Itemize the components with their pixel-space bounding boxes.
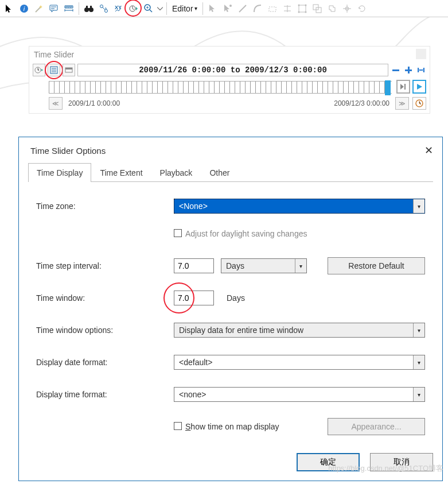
live-mode-button[interactable] bbox=[412, 97, 426, 110]
svg-rect-7 bbox=[90, 6, 92, 8]
zoom-out-time-button[interactable] bbox=[391, 65, 401, 75]
extend-tool-icon[interactable] bbox=[295, 2, 309, 16]
center-tool-icon[interactable] bbox=[340, 2, 354, 16]
skip-back-button[interactable]: ≪ bbox=[49, 97, 63, 110]
play-button[interactable] bbox=[412, 80, 426, 94]
dialog-tabs: Time Display Time Extent Playback Other bbox=[28, 162, 433, 182]
time-window-label: Time window: bbox=[36, 293, 174, 303]
trim-tool-icon[interactable] bbox=[281, 2, 294, 16]
main-toolbar: i XY Editor▾ bbox=[0, 0, 448, 17]
chevron-down-icon: ▾ bbox=[413, 388, 424, 401]
time-step-unit-select[interactable]: Days ▾ bbox=[221, 258, 307, 273]
enable-time-icon[interactable] bbox=[33, 64, 45, 76]
time-options-icon[interactable] bbox=[48, 64, 60, 76]
tab-time-display[interactable]: Time Display bbox=[28, 163, 91, 182]
window-options-select[interactable]: Display data for entire time window ▾ bbox=[174, 323, 425, 338]
polygon-tool-icon[interactable] bbox=[266, 2, 279, 16]
cancel-button[interactable]: 取消 bbox=[370, 453, 433, 471]
xy-icon[interactable]: XY bbox=[112, 2, 126, 16]
full-extent-time-button[interactable] bbox=[416, 65, 426, 75]
time-range-readout: 2009/11/26 0:00:00 to 2009/12/3 0:00:00 bbox=[77, 64, 388, 76]
time-slider-track[interactable] bbox=[49, 81, 392, 94]
tab-time-extent[interactable]: Time Extent bbox=[91, 163, 151, 182]
intersect-tool-icon[interactable] bbox=[310, 2, 324, 16]
svg-rect-29 bbox=[408, 67, 410, 73]
comment-icon[interactable] bbox=[47, 2, 61, 16]
time-step-label: Time step interval: bbox=[36, 261, 174, 270]
time-slider-title: Time Slider bbox=[29, 47, 430, 64]
dropdown-caret-icon[interactable] bbox=[157, 2, 163, 16]
skip-forward-button[interactable]: ≫ bbox=[395, 97, 409, 110]
toolbar-separator bbox=[202, 2, 203, 15]
toolbar-separator bbox=[79, 2, 79, 15]
chevron-down-icon: ▾ bbox=[413, 199, 424, 213]
edit-segment-icon[interactable] bbox=[221, 2, 235, 16]
arc-tool-icon[interactable] bbox=[251, 2, 264, 16]
svg-rect-5 bbox=[88, 8, 90, 10]
ok-button[interactable]: 确定 bbox=[297, 453, 360, 471]
time-format-select[interactable]: <none> ▾ bbox=[174, 387, 425, 402]
info-icon[interactable]: i bbox=[17, 2, 31, 16]
caret-down-icon: ▾ bbox=[194, 5, 197, 11]
svg-rect-14 bbox=[269, 7, 276, 11]
time-window-input[interactable] bbox=[174, 291, 214, 305]
time-zone-value: <None> bbox=[179, 202, 208, 211]
editor-label: Editor bbox=[172, 4, 193, 13]
date-format-label: Display date format: bbox=[36, 358, 174, 367]
ruler-icon[interactable] bbox=[62, 2, 76, 16]
edit-pointer-icon[interactable] bbox=[206, 2, 220, 16]
chevron-down-icon: ▾ bbox=[413, 323, 424, 337]
time-start-label: 2009/1/1 0:00:00 bbox=[68, 99, 120, 107]
wand-icon[interactable] bbox=[32, 2, 46, 16]
time-slider-panel: Time Slider 2009/11/26 0:00:00 to 2009/1… bbox=[29, 46, 430, 114]
line-tool-icon[interactable] bbox=[236, 2, 250, 16]
svg-rect-2 bbox=[50, 5, 57, 10]
time-end-label: 2009/12/3 0:00:00 bbox=[334, 99, 389, 107]
svg-rect-15 bbox=[299, 5, 306, 12]
svg-rect-30 bbox=[404, 84, 406, 90]
svg-point-9 bbox=[105, 9, 108, 12]
time-slider-close-button[interactable] bbox=[416, 49, 426, 59]
rotate-tool-icon[interactable] bbox=[355, 2, 369, 16]
svg-point-16 bbox=[298, 4, 299, 6]
editor-menu[interactable]: Editor▾ bbox=[170, 4, 200, 13]
svg-point-13 bbox=[229, 5, 232, 7]
zoom-in-icon[interactable] bbox=[142, 2, 155, 16]
window-options-value: Display data for entire time window bbox=[179, 326, 303, 335]
appearance-button[interactable]: Appearance... bbox=[328, 418, 425, 435]
time-slider-options-dialog: Time Slider Options ✕ Time Display Time … bbox=[18, 137, 443, 481]
dialog-title: Time Slider Options bbox=[30, 146, 106, 156]
time-zone-label: Time zone: bbox=[36, 202, 174, 211]
window-options-label: Time window options: bbox=[36, 326, 174, 335]
dialog-close-button[interactable]: ✕ bbox=[424, 144, 433, 157]
skip-end-button[interactable] bbox=[396, 80, 410, 94]
dst-label: Adjust for daylight saving changes bbox=[185, 229, 307, 238]
date-format-select[interactable]: <default> ▾ bbox=[174, 355, 425, 370]
svg-point-18 bbox=[298, 11, 299, 13]
time-step-input[interactable] bbox=[174, 258, 214, 273]
time-step-unit-value: Days bbox=[226, 261, 244, 270]
svg-text:XY: XY bbox=[115, 5, 122, 10]
link-arrow-icon[interactable] bbox=[97, 2, 111, 16]
time-slider-toolbar-icon[interactable] bbox=[127, 2, 141, 16]
time-zone-select[interactable]: <None> ▾ bbox=[174, 199, 425, 214]
tab-playback[interactable]: Playback bbox=[151, 163, 201, 182]
chevron-down-icon: ▾ bbox=[295, 259, 306, 273]
union-tool-icon[interactable] bbox=[325, 2, 339, 16]
svg-point-17 bbox=[305, 4, 306, 6]
time-slider-thumb[interactable] bbox=[385, 80, 391, 95]
binoculars-icon[interactable] bbox=[82, 2, 96, 16]
chevron-down-icon: ▾ bbox=[413, 355, 424, 369]
svg-rect-6 bbox=[86, 6, 88, 8]
dst-checkbox[interactable] bbox=[174, 229, 182, 237]
time-format-value: <none> bbox=[179, 390, 207, 399]
svg-rect-26 bbox=[65, 68, 72, 69]
export-video-icon[interactable] bbox=[63, 64, 75, 76]
pointer-icon[interactable] bbox=[2, 2, 16, 16]
toolbar-separator bbox=[166, 2, 167, 15]
show-on-map-checkbox[interactable] bbox=[174, 422, 182, 430]
restore-default-button[interactable]: Restore Default bbox=[328, 257, 425, 274]
zoom-in-time-button[interactable] bbox=[403, 65, 414, 75]
tab-other[interactable]: Other bbox=[201, 163, 238, 182]
date-format-value: <default> bbox=[179, 358, 212, 367]
